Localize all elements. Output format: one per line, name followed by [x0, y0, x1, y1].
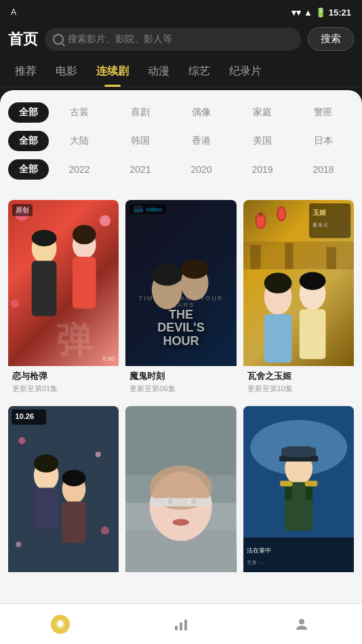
filter-tag-meiguo[interactable]: 美国: [249, 132, 276, 150]
svg-rect-24: [259, 212, 262, 216]
search-button[interactable]: 搜索: [308, 27, 354, 51]
svg-text:主演：...: 主演：...: [247, 560, 265, 565]
svg-rect-71: [305, 481, 317, 486]
svg-point-42: [34, 454, 59, 472]
svg-text:食: 食: [318, 222, 323, 228]
filter-tag-jingtan[interactable]: 警匪: [310, 104, 337, 121]
svg-point-80: [299, 619, 304, 624]
filter-tag-dalu[interactable]: 大陆: [66, 132, 93, 150]
card-title-1: 恋与枪弹: [12, 370, 115, 382]
tab-recommend[interactable]: 推荐: [5, 56, 46, 87]
status-right: ▾▾ ▲ 🔋 15:21: [291, 7, 351, 18]
svg-point-16: [181, 260, 209, 279]
card-sub-3: 更新至第10集: [247, 384, 350, 394]
time-display: 15:21: [329, 7, 351, 18]
card-6[interactable]: 法在掌中 主演：...: [243, 406, 354, 583]
card-lianyuqiangdan[interactable]: 原创 0.80: [8, 200, 119, 399]
tab-documentary[interactable]: 纪录片: [220, 56, 271, 87]
content-grid: 原创 0.80: [0, 192, 362, 637]
card-info-2: 魔鬼时刻 更新至第06集: [125, 366, 236, 399]
card-moguishike[interactable]: prime video TIME TO FACE YOUR FEARS THED…: [125, 200, 236, 399]
svg-point-32: [299, 272, 325, 290]
card-info-1: 恋与枪弹 更新至第01集: [8, 366, 119, 399]
poster-art-3: 玉姬 魔 食 记: [243, 200, 354, 366]
svg-text:记: 记: [323, 222, 328, 228]
svg-point-59: [173, 519, 189, 525]
svg-rect-30: [299, 309, 325, 359]
chart-icon: [172, 615, 190, 634]
poster-5: [125, 406, 236, 572]
svg-rect-36: [326, 247, 336, 269]
search-bar[interactable]: 搜索影片、影院、影人等: [45, 28, 301, 51]
svg-point-43: [62, 470, 86, 486]
svg-rect-79: [184, 620, 187, 630]
svg-point-15: [152, 264, 182, 286]
filter-tag-riben[interactable]: 日本: [310, 132, 337, 150]
search-icon: [53, 34, 64, 45]
card-info-6: [243, 572, 354, 583]
nav-tabs: 推荐 电影 连续剧 动漫 综艺 纪录片: [0, 56, 362, 87]
filter-tag-2022[interactable]: 2022: [64, 161, 94, 178]
filter-tag-xianggang[interactable]: 香港: [188, 132, 215, 150]
filter-tag-2018[interactable]: 2018: [308, 161, 338, 178]
wifi-icon: ▾▾: [291, 7, 301, 18]
poster-lianyuqiangdan: 原创 0.80: [8, 200, 119, 366]
svg-rect-44: [34, 487, 59, 529]
header: 首页 搜索影片、影院、影人等 搜索: [0, 22, 362, 56]
svg-rect-29: [264, 314, 291, 362]
svg-rect-34: [250, 245, 260, 269]
app-icon: A: [11, 7, 16, 17]
filter-tag-2021[interactable]: 2021: [125, 161, 155, 178]
profile-icon: [292, 615, 311, 634]
tab-variety[interactable]: 综艺: [179, 56, 220, 87]
tab-movies[interactable]: 电影: [46, 56, 87, 87]
filter-row-genre: 全部 古装 喜剧 偶像 家庭 警匪: [0, 98, 362, 127]
svg-rect-45: [62, 502, 86, 543]
bottom-nav-profile[interactable]: [279, 612, 325, 637]
filter-tag-2019[interactable]: 2019: [247, 161, 277, 178]
card-info-3: 瓦舍之玉姬 更新至第10集: [243, 366, 354, 399]
svg-rect-72: [243, 538, 354, 572]
tab-series[interactable]: 连续剧: [87, 56, 138, 87]
filter-all-region[interactable]: 全部: [8, 131, 49, 151]
filter-tag-2020[interactable]: 2020: [186, 161, 216, 178]
svg-rect-66: [286, 446, 311, 457]
svg-text:10.26: 10.26: [15, 412, 34, 420]
filter-tag-jiating[interactable]: 家庭: [249, 104, 276, 121]
card-info-4: [8, 572, 119, 583]
svg-rect-60: [150, 498, 212, 506]
filter-tags-genre: 古装 喜剧 偶像 家庭 警匪: [49, 104, 354, 121]
card-washeziyuji[interactable]: 玉姬 魔 食 记: [243, 200, 354, 399]
poster-washeziyuji: 玉姬 魔 食 记: [243, 200, 354, 366]
card-4[interactable]: 10.26: [8, 406, 119, 583]
filter-tag-xiju[interactable]: 喜剧: [127, 104, 154, 121]
svg-point-48: [101, 527, 109, 535]
tab-anime[interactable]: 动漫: [138, 56, 179, 87]
battery-icon: 🔋: [315, 7, 326, 18]
card-sub-1: 更新至第01集: [12, 384, 115, 394]
filter-row-region: 全部 大陆 韩国 香港 美国 日本: [0, 127, 362, 155]
card-5[interactable]: [125, 406, 236, 583]
bottom-nav-chart[interactable]: [158, 612, 204, 637]
svg-text:玉姬: 玉姬: [313, 209, 327, 216]
svg-point-46: [18, 437, 25, 444]
svg-point-26: [278, 207, 285, 220]
svg-text:魔: 魔: [313, 222, 317, 228]
filter-row-year: 全部 2022 2021 2020 2019 2018: [0, 155, 362, 184]
bottom-nav-home[interactable]: [37, 612, 83, 637]
poster-art-6: 法在掌中 主演：...: [243, 406, 354, 572]
filter-all-genre[interactable]: 全部: [8, 102, 49, 123]
filter-all-year[interactable]: 全部: [8, 159, 49, 180]
card-info-5: [125, 572, 236, 583]
poster-art-5: [125, 406, 236, 572]
svg-text:法在掌中: 法在掌中: [247, 547, 271, 554]
poster-badge-1: 原创: [12, 204, 33, 216]
search-placeholder: 搜索影片、影院、影人等: [68, 33, 172, 45]
signal-icon: ▲: [304, 7, 313, 18]
chart-svg: [173, 616, 189, 632]
bottom-nav: [0, 603, 362, 644]
filter-tag-guzhuang[interactable]: 古装: [66, 104, 93, 121]
home-icon: [51, 615, 70, 634]
filter-tag-hanguo[interactable]: 韩国: [127, 132, 154, 150]
filter-tag-ouxiang[interactable]: 偶像: [188, 104, 215, 121]
